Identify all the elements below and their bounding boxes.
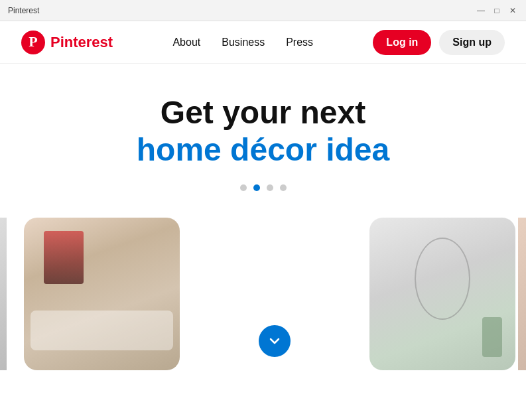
nav-link-press[interactable]: Press [286,36,313,48]
card-left-image [24,218,180,370]
left-peek [0,218,7,370]
hero-title-line1: Get your next [13,96,513,131]
hero-title-line2: home décor idea [13,131,513,169]
login-button[interactable]: Log in [373,30,431,55]
card-left [24,218,180,370]
logo-area: P Pinterest [21,31,113,54]
nav-buttons: Log in Sign up [373,30,505,55]
card-right-image [369,218,515,370]
card-right [369,218,515,370]
pinterest-logo-icon: P [21,31,45,54]
close-button[interactable]: ✕ [507,5,518,16]
minimize-button[interactable]: — [476,5,486,16]
titlebar-controls: — □ ✕ [476,5,518,16]
nav-links: About Business Press [172,36,313,48]
carousel-dot-1[interactable] [240,184,247,191]
carousel-dots [13,184,513,191]
image-strip [0,218,526,370]
right-peek [518,218,526,370]
scroll-down-button[interactable] [259,325,291,357]
carousel-dot-4[interactable] [280,184,287,191]
chevron-down-icon [267,333,283,349]
signup-button[interactable]: Sign up [439,30,505,55]
nav-link-business[interactable]: Business [222,36,265,48]
strip-middle [180,218,369,370]
carousel-dot-2[interactable] [253,184,260,191]
logo-text: Pinterest [50,34,113,51]
maximize-button[interactable]: □ [492,5,502,16]
svg-text:P: P [29,33,37,50]
navbar: P Pinterest About Business Press Log in … [0,21,526,64]
nav-link-about[interactable]: About [172,36,200,48]
titlebar: Pinterest — □ ✕ [0,0,526,21]
titlebar-title: Pinterest [8,6,39,15]
carousel-dot-3[interactable] [267,184,273,191]
hero-section: Get your next home décor idea [0,64,526,207]
